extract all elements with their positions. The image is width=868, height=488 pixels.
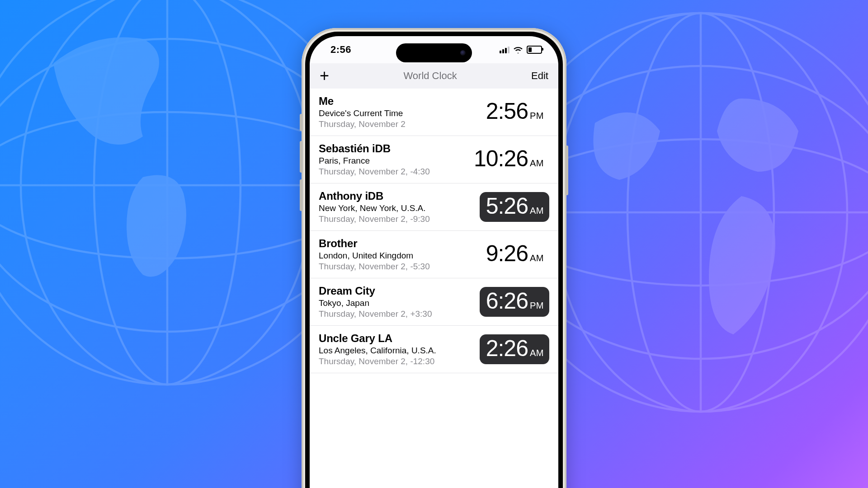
world-clock-row[interactable]: Anthony iDBNew York, New York, U.S.A.Thu… [310,183,558,231]
nav-bar: + World Clock Edit [310,63,558,89]
status-time: 2:56 [330,44,351,56]
row-time-container: 9:26AM [480,239,549,269]
row-info: Anthony iDBNew York, New York, U.S.A.Thu… [319,190,430,224]
row-location: Los Angeles, California, U.S.A. [319,346,436,356]
time-display: 6:26PM [480,287,549,317]
status-right-cluster [500,46,542,54]
row-info: Uncle Gary LALos Angeles, California, U.… [319,332,436,366]
time-ampm: AM [530,158,544,169]
time-display: 9:26AM [480,239,549,269]
phone-bezel: 2:56 + [305,32,563,488]
battery-icon [527,46,542,54]
time-ampm: AM [530,206,544,216]
svg-point-11 [554,13,847,412]
row-name: Dream City [319,285,432,297]
time-ampm: AM [530,348,544,358]
row-name: Uncle Gary LA [319,332,436,345]
background: 2:56 + [0,0,868,488]
svg-point-3 [94,0,241,385]
row-time-container: 10:26AM [467,145,549,174]
row-location: Tokyo, Japan [319,298,432,308]
row-info: Dream CityTokyo, JapanThursday, November… [319,285,432,319]
time-value: 2:26 [486,337,528,360]
cellular-icon [500,46,509,53]
row-name: Brother [319,237,430,250]
phone-frame: 2:56 + [302,28,566,488]
row-time-container: 5:26AM [480,192,549,222]
wifi-icon [513,46,523,53]
dynamic-island [396,43,472,62]
time-value: 9:26 [486,242,528,265]
row-meta: Thursday, November 2 [319,119,406,129]
time-ampm: PM [530,300,544,311]
nav-title: World Clock [403,70,457,82]
time-value: 6:26 [486,290,528,312]
time-display: 2:26AM [480,334,549,364]
row-meta: Thursday, November 2, -12:30 [319,357,436,366]
svg-point-10 [627,13,774,412]
time-display: 5:26AM [480,192,549,222]
row-info: MeDevice's Current TimeThursday, Novembe… [319,95,406,129]
time-display: 10:26AM [467,145,549,174]
svg-point-4 [21,0,314,385]
row-info: Sebastién iDBParis, FranceThursday, Nove… [319,142,430,177]
time-value: 5:26 [486,195,528,217]
row-meta: Thursday, November 2, -9:30 [319,214,430,224]
time-ampm: PM [530,111,544,121]
time-value: 2:56 [486,100,528,122]
row-location: London, United Kingdom [319,251,430,261]
row-location: Device's Current Time [319,108,406,118]
row-location: New York, New York, U.S.A. [319,203,430,213]
row-time-container: 2:26AM [480,334,549,364]
row-name: Anthony iDB [319,190,430,202]
world-clock-row[interactable]: BrotherLondon, United KingdomThursday, N… [310,231,558,278]
edit-button[interactable]: Edit [531,70,548,82]
time-value: 10:26 [474,147,528,170]
world-clock-row[interactable]: Dream CityTokyo, JapanThursday, November… [310,278,558,326]
time-ampm: AM [530,253,544,263]
row-time-container: 6:26PM [480,287,549,317]
row-time-container: 2:56PM [480,97,549,127]
power-button[interactable] [566,145,568,195]
add-button[interactable]: + [320,68,329,84]
world-clock-row[interactable]: Sebastién iDBParis, FranceThursday, Nove… [310,136,558,183]
world-clock-row[interactable]: Uncle Gary LALos Angeles, California, U.… [310,326,558,373]
volume-up-button[interactable] [300,141,302,173]
volume-down-button[interactable] [300,179,302,211]
row-meta: Thursday, November 2, -5:30 [319,262,430,272]
row-meta: Thursday, November 2, -4:30 [319,167,430,177]
world-clock-row[interactable]: MeDevice's Current TimeThursday, Novembe… [310,89,558,136]
phone-screen: 2:56 + [310,36,558,488]
row-name: Me [319,95,406,108]
mute-switch[interactable] [300,114,302,131]
row-meta: Thursday, November 2, +3:30 [319,309,432,319]
row-name: Sebastién iDB [319,142,430,155]
world-clock-list[interactable]: MeDevice's Current TimeThursday, Novembe… [310,89,558,488]
time-display: 2:56PM [480,97,549,127]
row-info: BrotherLondon, United KingdomThursday, N… [319,237,430,272]
row-location: Paris, France [319,156,430,166]
